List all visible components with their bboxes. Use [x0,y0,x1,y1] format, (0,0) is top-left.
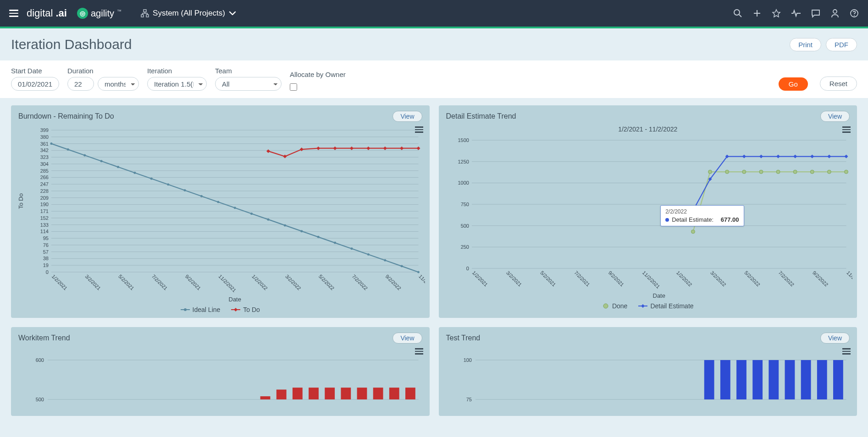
svg-rect-168 [817,360,827,399]
svg-text:266: 266 [40,175,49,180]
page-title: Iteration Dashboard [11,37,132,52]
svg-text:247: 247 [40,181,49,187]
svg-point-141 [603,304,608,308]
brand-logo: digital.ai [27,7,67,19]
tooltip-date: 2/2/2022 [665,208,739,215]
chart-test: 75100 [443,347,853,411]
chart-menu-icon[interactable] [415,126,423,133]
start-date-input[interactable] [11,77,59,91]
svg-text:1/2/2022: 1/2/2022 [675,270,693,288]
svg-text:5/2/2022: 5/2/2022 [743,270,761,288]
view-button-detail[interactable]: View [820,111,850,122]
activity-icon[interactable] [791,9,801,18]
svg-point-73 [167,183,169,186]
pdf-button[interactable]: PDF [826,38,857,51]
page-header: Iteration Dashboard Print PDF [0,28,868,60]
svg-point-68 [83,154,86,157]
view-button-test[interactable]: View [820,333,850,344]
project-selector[interactable]: System (All Projects) [141,9,236,18]
card-detail-estimate: Detail Estimate Trend View 1/2/2021 - 11… [439,105,857,318]
chart-menu-icon[interactable] [842,126,851,133]
svg-rect-2 [146,15,149,17]
print-button[interactable]: Print [790,38,821,51]
page-actions: Print PDF [790,38,857,51]
chevron-down-icon [229,11,236,16]
help-icon[interactable] [850,9,859,18]
svg-rect-149 [293,388,303,399]
user-icon[interactable] [830,9,840,18]
svg-point-127 [810,170,814,174]
legend-todo: To Do [243,306,260,313]
legend-ideal: Ideal Line [193,306,221,313]
svg-text:152: 152 [40,215,49,221]
svg-point-84 [350,247,353,250]
svg-text:7/2/2022: 7/2/2022 [351,273,369,291]
view-button-burndown[interactable]: View [393,111,422,122]
svg-rect-164 [752,360,763,399]
card-title-detail: Detail Estimate Trend [446,112,516,120]
svg-text:304: 304 [40,161,49,167]
team-select[interactable]: All [215,77,282,91]
svg-point-67 [67,148,69,151]
svg-point-74 [184,189,186,191]
plus-icon[interactable] [752,9,762,18]
reset-button[interactable]: Reset [820,76,857,91]
topbar: digital.ai ◎ agility ™ System (All Proje… [0,0,868,27]
team-label: Team [215,67,282,75]
product-name: agility [91,8,114,19]
filter-allocate: Allocate by Owner [290,71,346,91]
svg-text:1/2/2021: 1/2/2021 [471,270,489,288]
svg-text:Date: Date [229,296,241,303]
filter-iteration: Iteration Iteration 1.5(IP) [147,67,207,91]
svg-point-72 [150,178,153,180]
svg-text:9/2/2022: 9/2/2022 [811,270,829,288]
svg-rect-147 [260,396,271,399]
chart-menu-icon[interactable] [415,348,423,355]
svg-point-125 [776,170,780,174]
view-button-workitem[interactable]: View [393,333,422,344]
chart-menu-icon[interactable] [842,348,851,355]
allocate-checkbox[interactable] [290,83,297,91]
svg-text:209: 209 [40,195,49,201]
legend-burndown: Ideal Line To Do [16,304,425,313]
chat-icon[interactable] [811,9,820,18]
svg-rect-1 [141,15,144,17]
svg-rect-166 [785,360,795,399]
svg-text:11/2/2022: 11/2/2022 [418,273,425,293]
go-button[interactable]: Go [779,77,808,91]
svg-text:3/2/2022: 3/2/2022 [709,270,727,288]
menu-icon[interactable] [9,10,18,17]
svg-point-124 [759,170,763,174]
card-title-burndown: Burndown - Remaining To Do [18,112,114,120]
legend-detail-est: Detail Estimate [650,302,693,310]
tooltip-value: 677.00 [721,216,739,223]
svg-text:399: 399 [40,127,49,133]
chart-subtitle-detail: 1/2/2021 - 11/2/2022 [443,126,853,136]
svg-text:750: 750 [460,202,469,207]
brand-name-b: .ai [55,7,66,19]
duration-unit-select[interactable]: months [98,77,139,91]
svg-point-66 [50,142,52,145]
project-name: System (All Projects) [153,9,225,18]
svg-point-86 [384,259,386,262]
iteration-select[interactable]: Iteration 1.5(IP) [147,77,207,91]
svg-text:Date: Date [652,292,665,299]
svg-text:19: 19 [43,262,49,268]
svg-point-76 [217,201,219,203]
svg-point-70 [117,166,119,168]
topbar-left: digital.ai ◎ agility ™ System (All Proje… [9,7,236,19]
svg-text:228: 228 [40,188,49,194]
svg-text:600: 600 [36,357,44,363]
svg-rect-162 [720,360,730,399]
brand-name-a: digital [27,7,53,19]
search-icon[interactable] [733,9,742,18]
product-badge: ◎ agility ™ [77,8,122,19]
svg-point-92 [184,308,187,311]
dashboard-grid: Burndown - Remaining To Do View 01938577… [0,98,868,427]
duration-input[interactable] [67,77,94,91]
star-icon[interactable] [772,9,781,18]
filter-start-date: Start Date [11,67,59,91]
svg-text:1/2/2021: 1/2/2021 [51,273,69,291]
svg-text:100: 100 [463,357,471,363]
svg-text:323: 323 [40,154,49,160]
